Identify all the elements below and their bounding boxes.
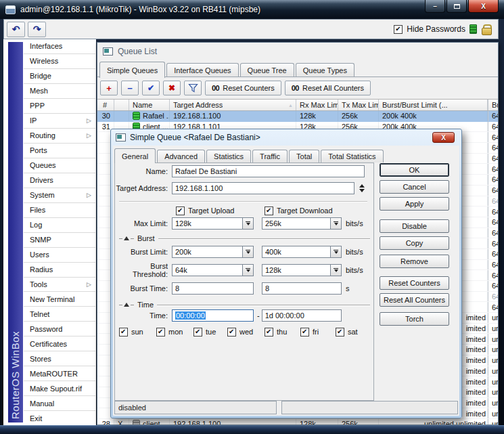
remove-button[interactable]: − xyxy=(121,81,139,95)
sidebar-item-ppp[interactable]: PPP xyxy=(24,99,95,114)
maximize-button[interactable] xyxy=(446,0,467,13)
column-header-burst[interactable]: Burst/Burst Limit (... xyxy=(379,100,488,110)
add-button[interactable]: + xyxy=(100,81,118,95)
time-from-input[interactable]: 00:00:00 xyxy=(172,309,254,322)
copy-button[interactable]: Copy xyxy=(380,236,449,250)
updown-spinner-icon[interactable] xyxy=(359,184,365,192)
time-section-header[interactable]: Time xyxy=(118,301,370,309)
tab-simple-queues[interactable]: Simple Queues xyxy=(99,62,165,78)
dropdown-spinner-icon[interactable] xyxy=(331,264,342,276)
day-fri-row[interactable]: fri xyxy=(300,326,319,337)
sidebar-item-interfaces[interactable]: Interfaces xyxy=(24,39,95,54)
minimize-button[interactable]: – xyxy=(425,0,445,13)
sidebar-item-ip[interactable]: IP▷ xyxy=(24,114,95,129)
dropdown-spinner-icon[interactable] xyxy=(243,217,254,230)
table-row-bottom[interactable]: 28 X client ... 192.168.1.100 128k 256k … xyxy=(97,419,498,425)
day-sun-row[interactable]: sun xyxy=(119,326,143,337)
sidebar-item-drivers[interactable]: Drivers xyxy=(24,173,95,188)
tab-queue-tree[interactable]: Queue Tree xyxy=(240,63,294,77)
sidebar-item-metarouter[interactable]: MetaROUTER xyxy=(24,366,95,381)
tab-total[interactable]: Total xyxy=(289,150,319,162)
remove-button[interactable]: Remove xyxy=(380,255,449,268)
dialog-close-button[interactable]: X xyxy=(432,132,455,143)
target-download-checkbox-row[interactable]: Target Download xyxy=(265,205,333,216)
reset-all-counters-button[interactable]: 00 Reset All Counters xyxy=(285,81,371,95)
dropdown-spinner-icon[interactable] xyxy=(243,246,254,258)
ok-button[interactable]: OK xyxy=(380,163,449,177)
day-thu-row[interactable]: thu xyxy=(265,326,287,337)
burst-time-download-input[interactable]: 8 xyxy=(262,282,342,295)
column-header-burst-threshold[interactable]: Bu xyxy=(488,100,498,110)
sidebar-item-make-supout[interactable]: Make Supout.rif xyxy=(24,381,95,396)
burst-threshold-download-input[interactable]: 128k xyxy=(262,264,331,276)
day-sat-row[interactable]: sat xyxy=(336,326,358,337)
column-header-name[interactable]: Name xyxy=(129,100,170,110)
tab-total-statistics[interactable]: Total Statistics xyxy=(321,150,383,162)
tab-statistics[interactable]: Statistics xyxy=(206,150,251,162)
column-header-rx[interactable]: Rx Max Limit xyxy=(296,100,338,110)
sidebar-item-password[interactable]: Password xyxy=(24,322,95,337)
sidebar-item-queues[interactable]: Queues xyxy=(24,158,95,173)
max-limit-upload-input[interactable]: 128k xyxy=(172,217,243,230)
dropdown-spinner-icon[interactable] xyxy=(331,246,342,258)
hide-passwords-checkbox[interactable] xyxy=(394,25,403,34)
sidebar-item-stores[interactable]: Stores xyxy=(24,351,95,366)
day-wed-checkbox[interactable] xyxy=(227,328,236,337)
tab-interface-queues[interactable]: Interface Queues xyxy=(166,63,238,77)
sidebar-item-files[interactable]: Files xyxy=(24,203,95,218)
dropdown-spinner-icon[interactable] xyxy=(243,264,254,276)
sidebar-item-snmp[interactable]: SNMP xyxy=(24,233,95,248)
burst-section-header[interactable]: Burst xyxy=(118,234,370,242)
day-sat-checkbox[interactable] xyxy=(336,328,344,337)
reset-all-counters-button[interactable]: Reset All Counters xyxy=(380,293,449,307)
name-input[interactable]: Rafael De Bastiani xyxy=(172,165,365,177)
dialog-titlebar[interactable]: Simple Queue <Rafael De Bastiani> xyxy=(111,129,461,146)
sidebar-item-mesh[interactable]: Mesh xyxy=(24,84,95,99)
column-header-flag[interactable] xyxy=(114,100,129,110)
undo-button[interactable]: ↶ xyxy=(7,22,25,37)
target-upload-checkbox-row[interactable]: Target Upload xyxy=(176,205,235,216)
tab-general[interactable]: General xyxy=(114,148,156,163)
disable-button[interactable]: Disable xyxy=(380,219,449,233)
sidebar-item-new-terminal[interactable]: New Terminal xyxy=(24,292,95,307)
dropdown-spinner-icon[interactable] xyxy=(331,217,342,230)
sidebar-item-users[interactable]: Users xyxy=(24,248,95,263)
column-header-tx[interactable]: Tx Max Limit xyxy=(338,100,379,110)
column-header-target[interactable]: Target Address ▲ xyxy=(170,100,296,110)
day-wed-row[interactable]: wed xyxy=(227,326,253,337)
day-mon-checkbox[interactable] xyxy=(156,328,165,337)
max-limit-download-input[interactable]: 256k xyxy=(262,217,331,230)
sidebar-item-manual[interactable]: Manual xyxy=(24,396,95,411)
filter-button[interactable] xyxy=(184,81,202,95)
burst-limit-download-input[interactable]: 400k xyxy=(262,246,331,258)
target-upload-checkbox[interactable] xyxy=(176,207,185,215)
day-sun-checkbox[interactable] xyxy=(119,328,128,337)
disable-button[interactable]: ✖ xyxy=(163,81,181,95)
reset-counters-button[interactable]: 00 Reset Counters xyxy=(205,81,281,95)
tab-queue-types[interactable]: Queue Types xyxy=(296,63,354,77)
sidebar-item-wireless[interactable]: Wireless xyxy=(24,54,95,69)
burst-limit-upload-input[interactable]: 200k xyxy=(172,246,243,258)
target-download-checkbox[interactable] xyxy=(265,207,273,215)
sidebar-item-telnet[interactable]: Telnet xyxy=(24,307,95,322)
sidebar-item-tools[interactable]: Tools▷ xyxy=(24,278,95,292)
redo-button[interactable]: ↷ xyxy=(28,22,46,37)
burst-threshold-upload-input[interactable]: 64k xyxy=(172,264,243,276)
torch-button[interactable]: Torch xyxy=(380,312,449,326)
queue-list-titlebar[interactable]: Queue List xyxy=(97,43,498,60)
day-tue-checkbox[interactable] xyxy=(193,328,202,337)
close-button[interactable]: X xyxy=(468,0,499,13)
day-fri-checkbox[interactable] xyxy=(300,328,309,337)
target-address-input[interactable]: 192.168.1.100 xyxy=(172,182,354,194)
day-mon-row[interactable]: mon xyxy=(156,326,183,337)
sidebar-item-routing[interactable]: Routing▷ xyxy=(24,129,95,144)
sidebar-item-ports[interactable]: Ports xyxy=(24,144,95,158)
sidebar-item-exit[interactable]: Exit xyxy=(24,411,95,425)
tab-advanced[interactable]: Advanced xyxy=(157,150,205,162)
burst-time-upload-input[interactable]: 8 xyxy=(172,282,254,295)
sidebar-item-bridge[interactable]: Bridge xyxy=(24,69,95,84)
enable-button[interactable]: ✔ xyxy=(142,81,160,95)
sidebar-item-radius[interactable]: Radius xyxy=(24,263,95,278)
table-row-selected[interactable]: 30 Rafael ... 192.168.1.100 128k 256k 20… xyxy=(97,111,498,122)
sidebar-item-log[interactable]: Log xyxy=(24,218,95,233)
